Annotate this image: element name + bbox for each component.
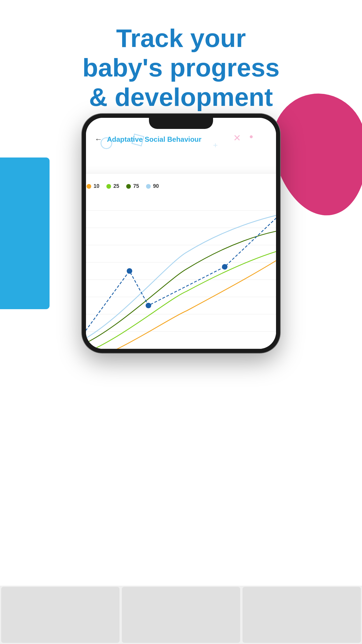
bottom-tile-2 [122,587,240,643]
phone-frame: + ✕ ← Adaptative Social Behaviour Ana [82,114,280,353]
app-header: ← Adaptative Social Behaviour [86,131,276,147]
hero-section: Track your baby's progress & development [0,23,362,112]
screen-content: + ✕ ← Adaptative Social Behaviour Ana [86,118,276,349]
legend-p10: 10 [87,183,99,189]
hero-title: Track your baby's progress & development [23,23,339,112]
ana-point-4 [146,303,151,308]
p75-dot-icon [126,184,131,189]
p25-dot-icon [106,184,111,189]
legend-p90: 90 [146,183,159,189]
chart-card: Ana 10 25 75 [86,174,276,349]
phone-mockup: + ✕ ← Adaptative Social Behaviour Ana [82,114,280,353]
chart-area: Milestones 22 20 18 [86,197,276,349]
ana-line [86,213,276,349]
chart-legend: Ana 10 25 75 [86,183,276,189]
back-arrow-icon[interactable]: ← [95,135,102,144]
chart-svg: Milestones 22 20 18 [86,197,276,349]
phone-notch [149,118,213,129]
legend-p25: 25 [106,183,119,189]
phone-screen: + ✕ ← Adaptative Social Behaviour Ana [86,118,276,349]
bottom-bar [0,586,362,644]
legend-p75: 75 [126,183,139,189]
ana-point-3 [127,268,132,274]
bottom-tile-3 [242,587,361,643]
bottom-tile-1 [1,587,120,643]
p90-dot-icon [146,184,151,189]
ana-point-8 [222,264,227,270]
bg-blue-decoration [0,158,50,309]
p10-dot-icon [87,184,91,189]
screen-title: Adaptative Social Behaviour [107,135,201,144]
p75-line [86,228,276,349]
